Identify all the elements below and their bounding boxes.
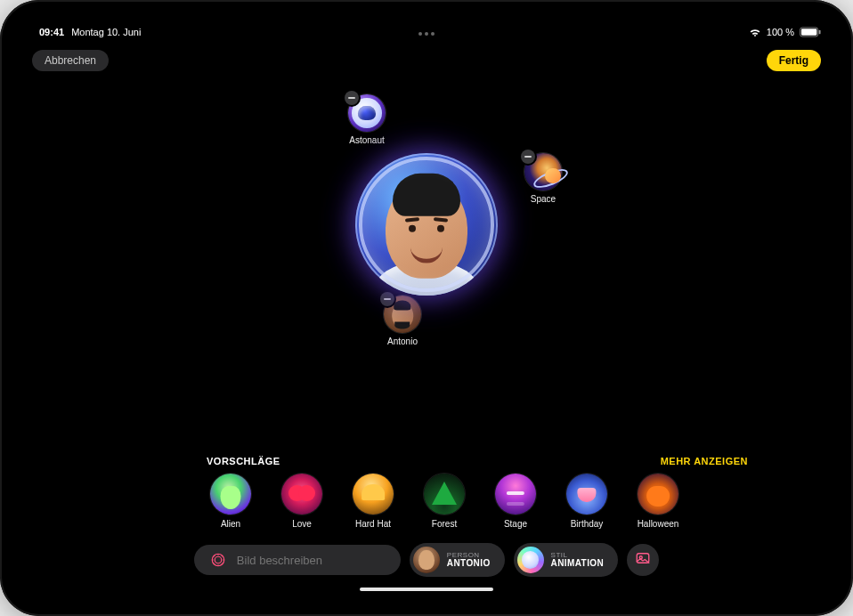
concept-token-astronaut[interactable]: Astonaut [340,94,394,145]
suggestion-label: Love [292,519,312,529]
suggestion-forest[interactable]: Forest [420,474,468,529]
svg-rect-1 [801,28,817,35]
status-date: Montag 10. Juni [71,27,141,37]
suggestion-hardhat[interactable]: Hard Hat [349,474,397,529]
concept-token-label: Space [516,194,570,204]
suggestion-label: Alien [221,519,240,529]
concept-token-person[interactable]: Antonio [376,296,429,346]
svg-point-3 [215,556,222,563]
show-more-link[interactable]: MEHR ANZEIGEN [661,456,748,466]
multitask-dots[interactable] [418,28,435,36]
remove-icon[interactable] [345,91,359,105]
suggestion-stage[interactable]: Stage [491,474,540,529]
stage-icon [495,474,536,515]
describe-input[interactable] [235,553,385,568]
pumpkin-icon [638,474,678,515]
suggestion-label: Birthday [571,519,604,529]
cake-icon [566,474,607,515]
suggestion-label: Forest [432,519,457,529]
describe-field[interactable] [194,545,401,575]
done-button[interactable]: Fertig [767,50,821,71]
tree-icon [424,474,465,515]
wifi-icon [749,28,761,37]
suggestion-label: Stage [504,519,527,529]
gallery-button[interactable] [627,544,659,576]
ipad-frame: 09:41 Montag 10. Juni 100 % [0,0,853,616]
cancel-button[interactable]: Abbrechen [32,50,109,71]
remove-icon[interactable] [521,150,535,164]
person-avatar-icon [413,547,440,573]
photo-icon [635,550,651,570]
suggestion-label: Hard Hat [355,519,391,529]
style-chip-value: ANIMATION [551,559,605,569]
concept-token-space[interactable]: Space [516,153,570,204]
style-chip[interactable]: STIL ANIMATION [514,543,619,577]
bottom-panel: VORSCHLÄGE MEHR ANZEIGEN Alien Love Hard… [20,456,833,596]
person-chip-value: ANTONIO [447,559,491,569]
input-row: PERSON ANTONIO STIL ANIMATION [20,541,833,577]
suggestions-row: Alien Love Hard Hat Forest Stage [20,474,833,541]
svg-rect-2 [819,30,821,35]
heart-icon [281,474,322,515]
status-time: 09:41 [39,27,64,37]
sparkle-icon [210,552,226,568]
suggestion-halloween[interactable]: Halloween [634,474,682,529]
composition-canvas[interactable]: Astonaut Space Antonio [20,82,833,392]
screen: 09:41 Montag 10. Juni 100 % [20,20,833,596]
status-bar: 09:41 Montag 10. Juni 100 % [20,20,833,43]
style-swatch-icon [517,547,544,573]
nav-bar: Abbrechen Fertig [20,45,833,77]
battery-percent: 100 % [767,27,794,37]
alien-icon [210,474,251,515]
suggestion-label: Halloween [638,519,679,529]
status-left: 09:41 Montag 10. Juni [39,27,141,37]
generated-preview[interactable] [355,153,498,296]
suggestion-birthday[interactable]: Birthday [563,474,611,529]
suggestion-love[interactable]: Love [278,474,326,529]
hardhat-icon [353,474,394,515]
suggestion-alien[interactable]: Alien [207,474,255,529]
concept-token-label: Astonaut [340,135,394,145]
person-chip[interactable]: PERSON ANTONIO [410,543,505,577]
battery-icon [800,27,821,37]
concept-token-label: Antonio [376,336,429,346]
suggestions-header: VORSCHLÄGE [207,456,280,466]
status-right: 100 % [749,27,821,37]
home-indicator[interactable] [360,588,493,591]
